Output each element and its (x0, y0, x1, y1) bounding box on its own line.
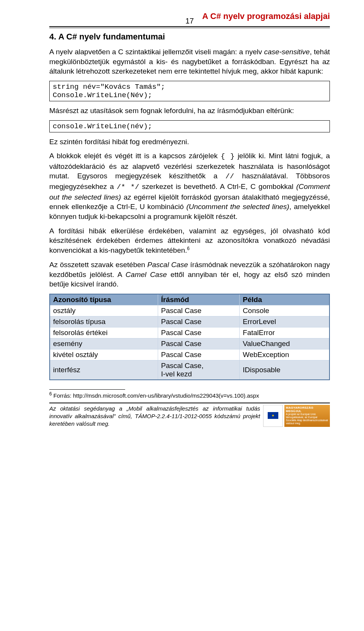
table-cell: Console (240, 305, 329, 316)
text: szerkezet is bevethető. A Ctrl-E, C gomb… (139, 183, 296, 190)
comment-multi: /* */ (117, 183, 139, 191)
section-title: 4. A C# nyelv fundamentumai (49, 32, 330, 42)
text: Egysoros megjegyzések készíthetők a (77, 172, 226, 180)
page-header: A C# nyelv programozási alapjai 17 (49, 11, 330, 28)
footnote-6: 6 Forrás: http://msdn.microsoft.com/en-u… (49, 391, 330, 399)
footnote-separator (49, 389, 125, 390)
table-cell: felsorolás típusa (50, 316, 158, 327)
code-block-1: string név="Kovács Tamás"; Console.Write… (49, 81, 330, 101)
table-row: felsorolás típusaPascal CaseErrorLevel (50, 316, 329, 327)
footer-text: Az oktatási segédanyag a „Mobil alkalmaz… (49, 405, 263, 428)
th-type: Azonosító típusa (50, 294, 158, 305)
table-cell: IDisposable (240, 360, 329, 380)
code-block-2: console.WriteLine(név); (49, 120, 330, 132)
szechenyi-logo: MAGYARORSZÁG MEGÚJUL A projekt az Európa… (284, 405, 330, 427)
table-cell: Pascal Case (158, 316, 240, 327)
table-cell: Pascal Case (158, 338, 240, 349)
paragraph-intro: A nyelv alapvetően a C szintaktikai jell… (49, 47, 330, 76)
paragraph-conventions: A fordítási hibák elkerülése érdekében, … (49, 226, 330, 255)
header-rule-thick (49, 26, 330, 27)
footnote-ref-6: 6 (187, 246, 190, 251)
text: Az összetett szavak esetében (49, 261, 147, 269)
table-row: interfészPascal Case, I-vel kezdIDisposa… (50, 360, 329, 380)
table-cell: osztály (50, 305, 158, 316)
th-example: Példa (240, 294, 329, 305)
paragraph-casing: Az összetett szavak esetében Pascal Case… (49, 260, 330, 289)
footnote-mark: 6 (49, 391, 52, 397)
text: A blokkok elejét és végét itt is a kapcs… (49, 152, 221, 160)
logo-subtitle: A projekt az Európai Unió támogatásával,… (286, 413, 328, 425)
paragraph-blocks: A blokkok elejét és végét itt is a kapcs… (49, 151, 330, 221)
term-case-sensitive: case-sensitive (264, 48, 310, 56)
table-cell: ValueChanged (240, 338, 329, 349)
logo-title: MAGYARORSZÁG MEGÚJUL (286, 406, 328, 413)
table-cell: felsorolás értékei (50, 327, 158, 338)
table-cell: Pascal Case (158, 305, 240, 316)
text: Az oktatási segédanyag a (49, 405, 127, 412)
table-cell: Pascal Case, I-vel kezd (158, 360, 240, 380)
term-pascal-case: Pascal Case (147, 261, 188, 269)
table-cell: kivétel osztály (50, 349, 158, 360)
header-rule-thin (49, 28, 330, 28)
page-footer: Az oktatási segédanyag a „Mobil alkalmaz… (49, 405, 330, 428)
table-cell: FatalError (240, 327, 329, 338)
paragraph-2: Másrészt az utasítások sem fognak leford… (49, 106, 330, 116)
term-camel-case: Camel Case (126, 271, 167, 279)
table-cell: WebException (240, 349, 329, 360)
table-row: felsorolás értékeiPascal CaseFatalError (50, 327, 329, 338)
paragraph-3: Ez szintén fordítási hibát fog eredménye… (49, 137, 330, 147)
comment-single: // (226, 172, 234, 181)
footer-logos: ★ MAGYARORSZÁG MEGÚJUL A projekt az Euró… (263, 405, 330, 427)
table-row: kivétel osztályPascal CaseWebException (50, 349, 329, 360)
eu-flag-icon: ★ (263, 405, 283, 427)
eu-stars-icon: ★ (268, 412, 278, 419)
footer-rule (49, 403, 330, 403)
table-row: osztályPascal CaseConsole (50, 305, 329, 316)
table-cell: ErrorLevel (240, 316, 329, 327)
uncomment-label: (Uncomment the selected lines) (186, 203, 289, 211)
table-cell: Pascal Case (158, 349, 240, 360)
table-cell: esemény (50, 338, 158, 349)
braces: { } (221, 152, 235, 161)
naming-convention-table: Azonosító típusa Írásmód Példa osztályPa… (49, 294, 330, 380)
text: A nyelv alapvetően a C szintaktikai jell… (49, 48, 264, 56)
table-header-row: Azonosító típusa Írásmód Példa (50, 294, 329, 305)
table-cell: interfész (50, 360, 158, 380)
footnote-text: Forrás: http://msdn.microsoft.com/en-us/… (52, 392, 259, 399)
table-cell: Pascal Case (158, 327, 240, 338)
table-row: eseményPascal CaseValueChanged (50, 338, 329, 349)
th-casing: Írásmód (158, 294, 240, 305)
